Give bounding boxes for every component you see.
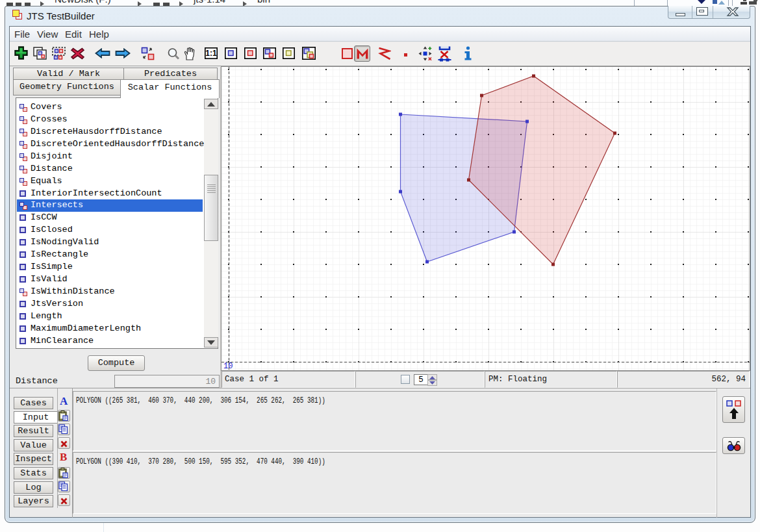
svg-text:10: 10 (223, 362, 233, 370)
svg-text:1:1: 1:1 (205, 49, 217, 58)
